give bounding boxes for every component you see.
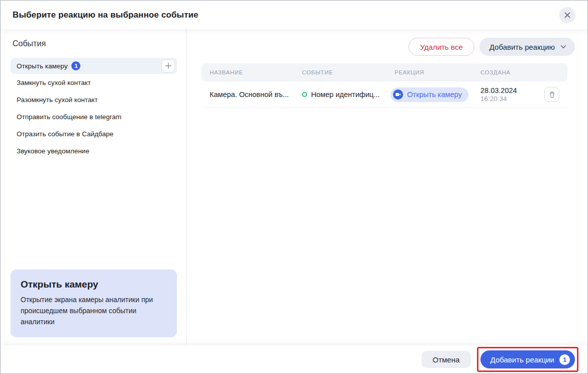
sidebar-item-close-dry-contact[interactable]: Замкнуть сухой контакт — [11, 74, 177, 91]
sidebar-item-label: Разомкнуть сухой контакт — [17, 96, 98, 104]
sidebar-item-label: Отразить событие в Сайдбаре — [17, 130, 114, 138]
reaction-badge[interactable]: Открыть камеру — [390, 87, 468, 102]
reaction-dialog: Выберите реакцию на выбранное событие Со… — [0, 0, 588, 374]
sidebar-heading: События — [13, 38, 177, 49]
camera-icon — [393, 89, 403, 100]
sidebar-item-label: Замкнуть сухой контакт — [17, 79, 91, 86]
cell-created: 28.03.2024 16:20:34 — [472, 86, 539, 103]
cell-actions — [539, 87, 567, 102]
reactions-panel: Удалить все Добавить реакцию НАЗВАНИЕ СО… — [186, 29, 587, 345]
sidebar-item-sidebar-event[interactable]: Отразить событие в Сайдбаре — [11, 125, 177, 142]
cell-reaction: Открыть камеру — [386, 87, 472, 102]
actions-row: Удалить все Добавить реакцию — [202, 38, 575, 56]
add-reactions-submit-button[interactable]: Добавить реакции 1 — [480, 350, 575, 368]
column-header-reaction: РЕАКЦИЯ — [386, 69, 472, 75]
sidebar-item-sound-notification[interactable]: Звуковое уведомление — [11, 142, 177, 159]
sidebar-item-telegram-message[interactable]: Отправить сообщение в telegram — [11, 108, 177, 125]
trash-icon — [548, 91, 556, 99]
reactions-table: НАЗВАНИЕ СОБЫТИЕ РЕАКЦИЯ СОЗДАНА Камера.… — [202, 63, 567, 108]
submit-count-badge: 1 — [559, 354, 570, 365]
close-icon — [564, 12, 571, 19]
sidebar-item-label: Отправить сообщение в telegram — [17, 113, 122, 121]
chevron-down-icon — [560, 43, 567, 50]
add-reaction-plus-button[interactable] — [161, 59, 175, 72]
dialog-header: Выберите реакцию на выбранное событие — [1, 1, 587, 29]
event-status-icon — [302, 92, 307, 97]
event-label: Номер идентифиц... — [311, 90, 379, 99]
info-card-title: Открыть камеру — [21, 279, 167, 290]
created-time: 16:20:34 — [480, 95, 539, 103]
sidebar-item-open-dry-contact[interactable]: Разомкнуть сухой контакт — [11, 91, 177, 108]
reaction-label: Открыть камеру — [407, 90, 462, 99]
sidebar-item-label: Открыть камеру — [17, 62, 67, 70]
table-row: Камера. Основной въ... Номер идентифиц..… — [202, 81, 567, 108]
table-header-row: НАЗВАНИЕ СОБЫТИЕ РЕАКЦИЯ СОЗДАНА — [202, 63, 567, 81]
info-card-description: Открытие экрана камеры аналитики при про… — [21, 294, 161, 327]
delete-all-button[interactable]: Удалить все — [409, 38, 474, 56]
plus-icon — [165, 62, 172, 69]
sidebar-item-label: Звуковое уведомление — [17, 147, 89, 155]
add-reaction-dropdown-label: Добавить реакцию — [489, 43, 555, 51]
delete-row-button[interactable] — [544, 87, 559, 102]
events-sidebar: События Открыть камеру 1 Замкнуть сухой … — [1, 29, 186, 345]
annotation-highlight: Добавить реакции 1 — [477, 347, 578, 372]
count-badge: 1 — [71, 61, 80, 70]
column-header-name: НАЗВАНИЕ — [202, 69, 294, 75]
dialog-title: Выберите реакцию на выбранное событие — [13, 10, 199, 20]
cell-name: Камера. Основной въ... — [202, 90, 294, 99]
dialog-footer: Отмена Добавить реакции 1 — [1, 345, 587, 373]
column-header-event: СОБЫТИЕ — [294, 69, 386, 75]
cell-event: Номер идентифиц... — [294, 90, 386, 99]
column-header-created: СОЗДАНА — [472, 69, 539, 75]
submit-button-label: Добавить реакции — [491, 355, 554, 364]
close-button[interactable] — [559, 7, 575, 23]
event-info-card: Открыть камеру Открытие экрана камеры ан… — [11, 269, 177, 337]
cancel-button[interactable]: Отмена — [422, 351, 471, 368]
add-reaction-dropdown[interactable]: Добавить реакцию — [479, 38, 575, 56]
created-date: 28.03.2024 — [480, 86, 539, 95]
sidebar-item-open-camera[interactable]: Открыть камеру 1 — [11, 58, 177, 74]
